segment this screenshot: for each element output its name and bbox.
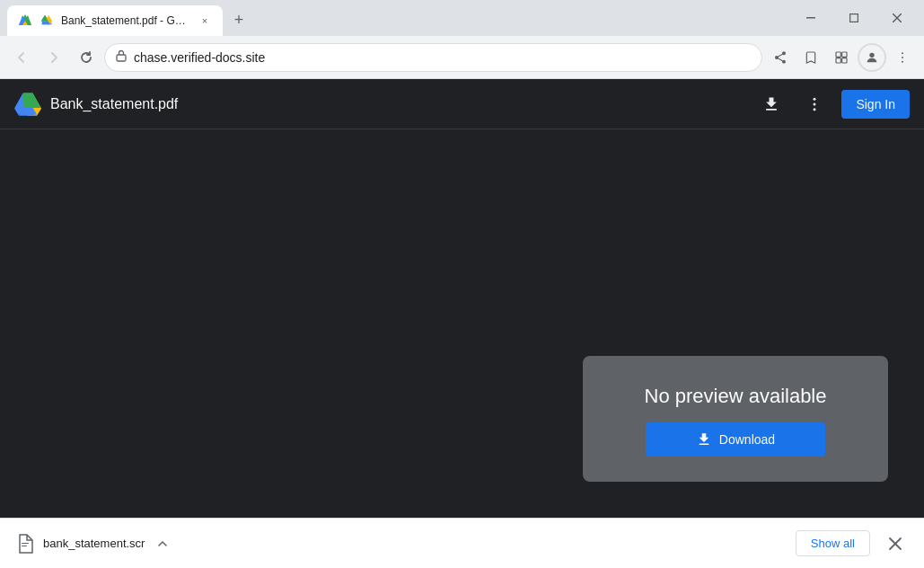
more-options-icon: [805, 95, 823, 113]
svg-rect-11: [842, 58, 847, 62]
bookmark-button[interactable]: [796, 43, 825, 72]
svg-rect-10: [836, 58, 840, 62]
back-icon: [14, 50, 29, 65]
tab-title: Bank_statement.pdf - Google Dri: [61, 14, 190, 27]
download-icon: [762, 95, 780, 113]
reload-icon: [79, 50, 93, 65]
drive-logo-icon: [14, 93, 41, 116]
forward-button[interactable]: [40, 43, 68, 72]
svg-point-18: [814, 108, 816, 111]
svg-rect-9: [842, 52, 847, 57]
title-bar: Bank_statement.pdf - Google Dri × +: [0, 0, 924, 36]
main-content: Bank_statement.pdf Sign In No preview av…: [0, 79, 924, 568]
sign-in-button[interactable]: Sign In: [841, 90, 910, 119]
new-tab-button[interactable]: +: [226, 7, 251, 32]
close-download-icon: [888, 537, 902, 551]
more-options-button[interactable]: [798, 88, 831, 120]
svg-rect-7: [117, 55, 126, 61]
google-drive-icon: [40, 13, 54, 27]
lock-svg-icon: [116, 49, 127, 62]
lock-icon: [116, 49, 127, 65]
svg-point-12: [869, 52, 874, 57]
minimize-icon: [806, 17, 815, 19]
download-bar: bank_statement.scr Show all: [0, 518, 924, 568]
tab-strip: Bank_statement.pdf - Google Dri × +: [0, 0, 784, 36]
download-button[interactable]: [755, 88, 788, 120]
menu-dots-icon: [895, 50, 910, 65]
drive-header-actions: Sign In: [755, 88, 910, 120]
svg-rect-4: [850, 14, 858, 22]
window-controls: [784, 0, 924, 36]
address-bar[interactable]: chase.verified-docs.site: [104, 43, 762, 72]
pdf-viewer-area: No preview available Download: [0, 129, 924, 518]
extensions-button[interactable]: [827, 43, 856, 72]
no-preview-card: No preview available Download: [583, 356, 888, 482]
minimize-button[interactable]: [791, 0, 831, 36]
download-chevron-button[interactable]: [152, 533, 173, 555]
close-button[interactable]: [877, 0, 917, 36]
svg-rect-8: [836, 52, 840, 57]
svg-point-16: [814, 97, 816, 100]
close-icon: [893, 13, 902, 22]
url-text: chase.verified-docs.site: [134, 50, 751, 65]
back-button[interactable]: [7, 43, 36, 72]
card-download-icon: [696, 431, 712, 448]
maximize-icon: [849, 13, 858, 22]
share-button[interactable]: [766, 43, 795, 72]
download-filename: bank_statement.scr: [43, 537, 145, 550]
svg-point-13: [902, 52, 903, 54]
show-all-button[interactable]: Show all: [796, 530, 870, 556]
svg-point-17: [814, 102, 816, 105]
drive-logo: Bank_statement.pdf: [14, 93, 178, 116]
menu-button[interactable]: [888, 43, 917, 72]
drive-header: Bank_statement.pdf Sign In: [0, 79, 924, 129]
profile-button[interactable]: [858, 43, 886, 72]
card-download-label: Download: [719, 432, 775, 447]
close-download-bar-button[interactable]: [881, 529, 910, 558]
svg-rect-19: [22, 543, 29, 544]
svg-rect-3: [806, 17, 815, 19]
reload-button[interactable]: [72, 43, 101, 72]
browser-toolbar: chase.verified-docs.site: [0, 36, 924, 79]
extensions-icon: [834, 50, 849, 65]
profile-icon: [865, 50, 879, 65]
svg-rect-20: [22, 546, 27, 546]
svg-point-14: [902, 57, 903, 58]
tab-favicon: [18, 13, 32, 28]
maximize-button[interactable]: [834, 0, 874, 36]
tab-close-button[interactable]: ×: [198, 13, 212, 28]
chevron-up-icon: [157, 538, 168, 549]
no-preview-title: No preview available: [645, 385, 827, 408]
active-tab[interactable]: Bank_statement.pdf - Google Dri ×: [7, 5, 223, 36]
chrome-window: Bank_statement.pdf - Google Dri × +: [0, 0, 924, 568]
forward-icon: [47, 50, 61, 65]
tab-favicon-icon: [40, 13, 54, 30]
file-icon: [14, 533, 36, 555]
share-icon: [773, 50, 788, 65]
download-item: bank_statement.scr: [14, 533, 785, 555]
bookmark-icon: [804, 50, 818, 65]
document-filename: Bank_statement.pdf: [50, 96, 178, 112]
card-download-button[interactable]: Download: [646, 422, 825, 457]
toolbar-actions: [766, 43, 917, 72]
svg-point-15: [902, 60, 903, 62]
